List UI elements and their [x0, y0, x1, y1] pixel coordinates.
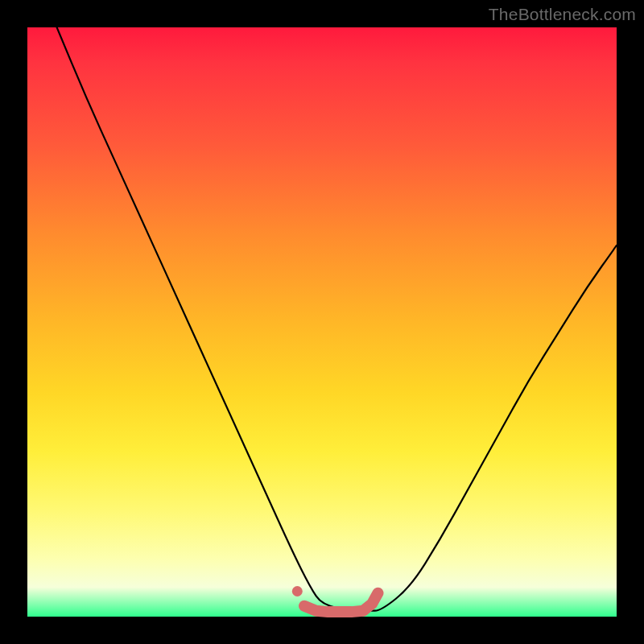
chart-frame: TheBottleneck.com [0, 0, 644, 644]
watermark-text: TheBottleneck.com [489, 5, 636, 24]
bottom-band-dot [292, 586, 303, 597]
bottom-band-markers [292, 586, 378, 612]
bottleneck-curve [27, 0, 617, 611]
plot-area [27, 27, 617, 617]
curve-layer [27, 27, 617, 617]
